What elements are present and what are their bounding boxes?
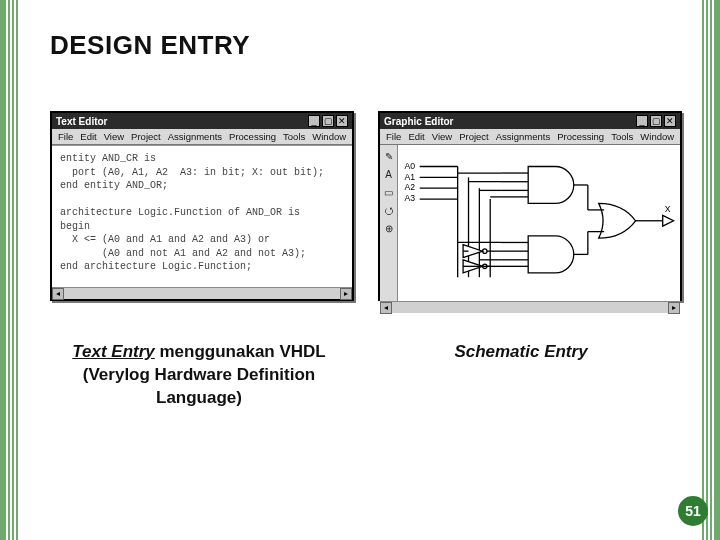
menu-item[interactable]: Window	[312, 131, 346, 142]
scroll-right-icon[interactable]: ▸	[668, 302, 680, 314]
schematic-svg: A0 A1 A2 A3 X	[398, 145, 680, 301]
menu-item[interactable]: Processing	[557, 131, 604, 142]
rotate-tool-icon[interactable]: ⭯	[382, 203, 396, 217]
text-editor-title: Text Editor	[56, 116, 107, 127]
close-button[interactable]: ✕	[664, 115, 676, 127]
signal-label: A1	[405, 172, 416, 182]
minimize-button[interactable]: _	[636, 115, 648, 127]
menu-item[interactable]: Window	[640, 131, 674, 142]
editors-row: Text Editor _ ▢ ✕ File Edit View Project…	[50, 111, 670, 301]
menu-item[interactable]: View	[432, 131, 452, 142]
right-decor-rails	[702, 0, 720, 540]
captions-row: Text Entry menggunakan VHDL (Verylog Har…	[50, 341, 670, 410]
graphic-editor-menubar: File Edit View Project Assignments Proce…	[380, 129, 680, 145]
signal-label: A2	[405, 182, 416, 192]
graphic-editor-hscroll[interactable]: ◂ ▸	[380, 301, 680, 313]
menu-item[interactable]: View	[104, 131, 124, 142]
vhdl-code-block: entity AND_CR is port (A0, A1, A2 A3: in…	[52, 146, 352, 280]
text-editor-hscroll[interactable]: ◂ ▸	[52, 287, 352, 299]
signal-label: A3	[405, 193, 416, 203]
schematic-canvas[interactable]: A0 A1 A2 A3 X	[398, 145, 680, 301]
text-entry-caption: Text Entry menggunakan VHDL (Verylog Har…	[50, 341, 348, 410]
menu-item[interactable]: Edit	[408, 131, 424, 142]
maximize-button[interactable]: ▢	[650, 115, 662, 127]
graphic-editor-toolstrip: ✎ A ▭ ⭯ ⊕	[380, 145, 398, 301]
graphic-editor-window: Graphic Editor _ ▢ ✕ File Edit View Proj…	[378, 111, 682, 301]
slide-title: DESIGN ENTRY	[50, 30, 670, 61]
menu-item[interactable]: Edit	[80, 131, 96, 142]
close-button[interactable]: ✕	[336, 115, 348, 127]
text-entry-strong: Text Entry	[72, 342, 155, 361]
scroll-right-icon[interactable]: ▸	[340, 288, 352, 300]
scroll-left-icon[interactable]: ◂	[380, 302, 392, 314]
menu-item[interactable]: File	[58, 131, 73, 142]
menu-item[interactable]: Project	[459, 131, 489, 142]
menu-item[interactable]: Assignments	[168, 131, 222, 142]
text-tool-icon[interactable]: A	[382, 167, 396, 181]
graphic-editor-body: ✎ A ▭ ⭯ ⊕	[380, 145, 680, 301]
rect-tool-icon[interactable]: ▭	[382, 185, 396, 199]
menu-item[interactable]: Tools	[611, 131, 633, 142]
menu-item[interactable]: Processing	[229, 131, 276, 142]
text-editor-menubar: File Edit View Project Assignments Proce…	[52, 129, 352, 145]
scroll-left-icon[interactable]: ◂	[52, 288, 64, 300]
signal-label: A0	[405, 161, 416, 171]
output-label: X	[665, 204, 671, 214]
maximize-button[interactable]: ▢	[322, 115, 334, 127]
zoom-tool-icon[interactable]: ⊕	[382, 221, 396, 235]
text-editor-titlebar: Text Editor _ ▢ ✕	[52, 113, 352, 129]
left-decor-rails	[0, 0, 18, 540]
graphic-editor-title: Graphic Editor	[384, 116, 453, 127]
menu-item[interactable]: Project	[131, 131, 161, 142]
svg-point-20	[483, 249, 487, 253]
graphic-editor-titlebar: Graphic Editor _ ▢ ✕	[380, 113, 680, 129]
minimize-button[interactable]: _	[308, 115, 320, 127]
page-number-badge: 51	[678, 496, 708, 526]
text-editor-window-controls: _ ▢ ✕	[308, 115, 348, 127]
menu-item[interactable]: Tools	[283, 131, 305, 142]
text-editor-window: Text Editor _ ▢ ✕ File Edit View Project…	[50, 111, 354, 301]
slide-content: DESIGN ENTRY Text Editor _ ▢ ✕ File Edit…	[20, 0, 700, 540]
schematic-entry-caption: Schematic Entry	[372, 341, 670, 410]
text-editor-workarea: entity AND_CR is port (A0, A1, A2 A3: in…	[52, 145, 352, 287]
graphic-editor-window-controls: _ ▢ ✕	[636, 115, 676, 127]
pencil-tool-icon[interactable]: ✎	[382, 149, 396, 163]
menu-item[interactable]: Assignments	[496, 131, 550, 142]
menu-item[interactable]: File	[386, 131, 401, 142]
